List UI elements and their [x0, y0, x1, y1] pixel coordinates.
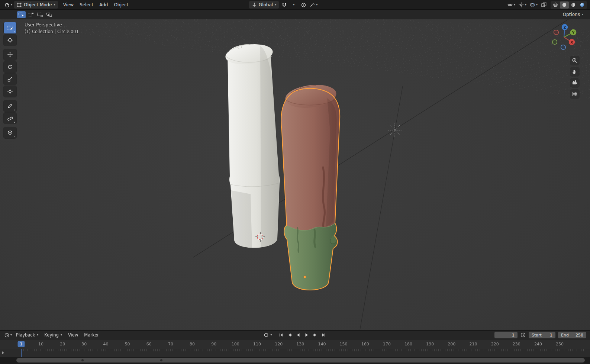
timeline-menubar: ▾ Playback ▾ Keying ▾ View	[0, 330, 590, 340]
rendered-sphere-icon	[579, 2, 585, 8]
tool-transform[interactable]	[4, 86, 16, 97]
timeline-tick: 80	[190, 342, 195, 347]
tool-select-box[interactable]	[4, 22, 16, 33]
xray-toggle[interactable]	[539, 1, 548, 9]
jump-to-end-button[interactable]	[320, 332, 328, 338]
chevron-down-icon: ▾	[61, 334, 62, 336]
blender-window: ▾ Object Mode ▾ ViewSelectAddObject Glob…	[0, 0, 590, 364]
select-mode-set[interactable]	[17, 11, 26, 18]
toolbar	[4, 22, 16, 139]
object-selected-circle-001[interactable]	[281, 82, 340, 290]
editor-type-button[interactable]: ▾	[3, 331, 13, 339]
gizmo-axis-z-negative[interactable]	[561, 45, 566, 50]
play-icon	[304, 332, 309, 338]
timeline-tick: 170	[383, 342, 391, 347]
timeline-menu[interactable]: View	[65, 331, 81, 339]
shading-wireframe-button[interactable]	[551, 1, 560, 9]
select-mode-subtract[interactable]	[36, 11, 44, 18]
select-intersect-icon	[46, 12, 52, 17]
show-overlays-dropdown[interactable]: ▾	[528, 1, 539, 9]
object-white-tube[interactable]	[224, 42, 280, 249]
navigation-gizmo[interactable]: Z Y X	[550, 24, 581, 55]
blender-logo-icon	[4, 2, 10, 8]
show-gizmo-dropdown[interactable]: ▾	[517, 1, 528, 9]
timeline-scrollbar[interactable]	[0, 357, 590, 364]
topbar-menu[interactable]: Select	[77, 1, 96, 9]
transform-orientation-dropdown[interactable]: Global ▾	[249, 1, 279, 9]
snap-toggle-button[interactable]	[280, 1, 288, 9]
timeline-tick: 200	[448, 342, 455, 347]
scrollbar-thumb[interactable]	[16, 358, 585, 363]
zoom-button[interactable]	[570, 56, 580, 65]
topbar-menu[interactable]: Add	[96, 1, 111, 9]
shading-material-button[interactable]	[569, 1, 578, 9]
orientation-axes-icon	[252, 2, 257, 7]
jump-next-keyframe-button[interactable]	[312, 332, 319, 338]
snap-menu-button[interactable]: ▾	[289, 1, 298, 9]
tool-move[interactable]	[4, 49, 16, 60]
tool-scale[interactable]	[4, 74, 16, 85]
select-mode-group	[17, 11, 54, 18]
blender-menu-button[interactable]: ▾	[3, 1, 13, 9]
timeline-tick: 70	[168, 342, 173, 347]
jump-prev-keyframe-button[interactable]	[286, 332, 294, 338]
select-mode-intersect[interactable]	[45, 11, 54, 18]
tool-cursor[interactable]	[4, 35, 16, 46]
topbar-menu[interactable]: View	[60, 1, 77, 9]
timeline-tick: 50	[125, 342, 130, 347]
mode-selector-label: Object Mode	[24, 2, 52, 7]
tool-annotate[interactable]	[4, 100, 16, 112]
viewport-3d[interactable]: User Perspective (1) Collection | Circle…	[0, 19, 590, 330]
frame-start-field[interactable]: Start 1	[529, 332, 555, 338]
tool-add-cube[interactable]	[4, 127, 16, 138]
toggle-ortho-button[interactable]	[570, 89, 580, 99]
timeline-menu[interactable]: Marker	[81, 331, 102, 339]
timeline-tick: 10	[38, 342, 43, 347]
shading-rendered-button[interactable]	[578, 1, 587, 9]
options-button[interactable]: Options ▾	[560, 11, 586, 18]
timeline-tick: 160	[361, 342, 369, 347]
timeline-track-area[interactable]	[0, 349, 590, 357]
proportional-falloff-menu[interactable]: ▾	[309, 1, 319, 9]
auto-keying-group: ▾	[262, 332, 272, 338]
topbar-menu[interactable]: Object	[111, 1, 131, 9]
gizmo-axis-x-negative[interactable]	[554, 30, 559, 35]
timeline-tick: 190	[426, 342, 434, 347]
mode-selector[interactable]: Object Mode ▾	[14, 1, 58, 9]
select-set-icon	[18, 12, 25, 17]
current-frame-value: 1	[512, 333, 515, 338]
frame-tickmarks	[21, 349, 585, 351]
proportional-editing-toggle[interactable]	[299, 1, 308, 9]
gizmo-axis-y-negative[interactable]	[552, 40, 557, 45]
frame-end-field[interactable]: End 250	[558, 332, 586, 338]
select-mode-extend[interactable]	[26, 11, 35, 18]
timeline-ruler[interactable]: 1102030405060708090100110120130140150160…	[0, 340, 590, 349]
shading-solid-button[interactable]	[560, 1, 569, 9]
end-value: 250	[576, 333, 583, 338]
current-frame-field[interactable]: 1	[494, 332, 518, 338]
timeline-menu[interactable]: Playback ▾	[13, 331, 41, 339]
chevron-right-icon[interactable]	[2, 351, 4, 354]
timeline-tick: 220	[491, 342, 499, 347]
timeline-tick: 120	[275, 342, 283, 347]
tool-measure[interactable]	[4, 113, 16, 124]
jump-to-start-button[interactable]	[277, 332, 285, 338]
playhead-line[interactable]	[21, 349, 22, 357]
auto-keying-toggle[interactable]	[262, 332, 270, 338]
timeline-tick[interactable]: 1	[18, 341, 25, 347]
view-name-text: User Perspective	[25, 22, 79, 28]
clock-icon[interactable]	[520, 332, 526, 338]
tool-rotate[interactable]	[4, 61, 16, 73]
shading-mode-group	[551, 1, 587, 9]
magnifier-icon	[572, 58, 578, 64]
timeline: ▾ Playback ▾ Keying ▾ View	[0, 330, 590, 364]
prev-keyframe-icon	[287, 332, 292, 338]
object-visibility-dropdown[interactable]: ▾	[506, 1, 516, 9]
camera-view-button[interactable]	[570, 78, 580, 88]
chevron-down-icon: ▾	[316, 3, 317, 6]
xray-icon	[541, 2, 547, 8]
timeline-menu[interactable]: Keying ▾	[41, 331, 65, 339]
play-reverse-button[interactable]	[294, 332, 302, 338]
play-button[interactable]	[303, 332, 311, 338]
pan-hand-button[interactable]	[570, 67, 580, 77]
